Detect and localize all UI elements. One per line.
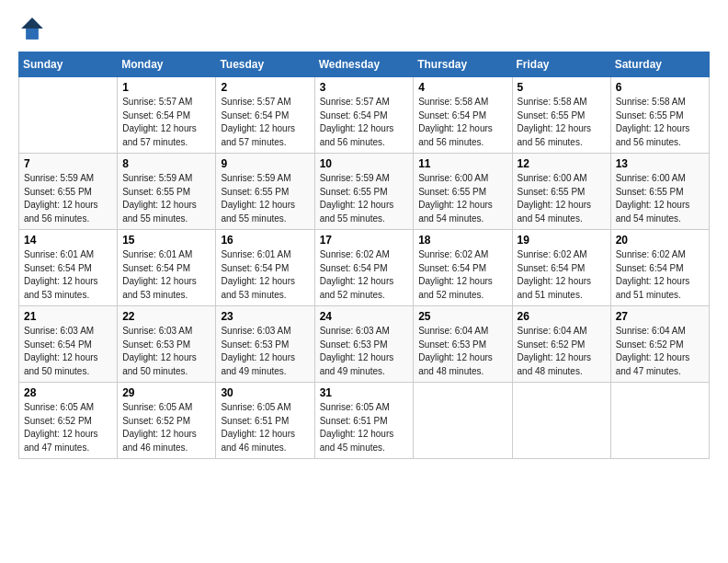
day-number: 5 bbox=[518, 81, 606, 94]
weekday-wednesday: Wednesday bbox=[314, 52, 414, 77]
day-number: 14 bbox=[24, 234, 112, 247]
weekday-saturday: Saturday bbox=[610, 52, 709, 77]
calendar-cell: 29Sunrise: 6:05 AM Sunset: 6:52 PM Dayli… bbox=[118, 383, 216, 459]
day-info: Sunrise: 5:58 AM Sunset: 6:55 PM Dayligh… bbox=[518, 96, 606, 149]
day-info: Sunrise: 5:57 AM Sunset: 6:54 PM Dayligh… bbox=[320, 96, 409, 149]
weekday-thursday: Thursday bbox=[414, 52, 512, 77]
day-info: Sunrise: 5:59 AM Sunset: 6:55 PM Dayligh… bbox=[221, 172, 309, 225]
day-number: 27 bbox=[616, 310, 704, 323]
day-number: 12 bbox=[518, 157, 606, 170]
day-info: Sunrise: 6:05 AM Sunset: 6:52 PM Dayligh… bbox=[24, 401, 112, 454]
day-number: 30 bbox=[221, 386, 309, 399]
day-number: 22 bbox=[122, 310, 210, 323]
calendar-cell: 15Sunrise: 6:01 AM Sunset: 6:54 PM Dayli… bbox=[118, 230, 216, 306]
calendar-cell: 31Sunrise: 6:05 AM Sunset: 6:51 PM Dayli… bbox=[314, 383, 414, 459]
weekday-sunday: Sunday bbox=[19, 52, 118, 77]
day-number: 9 bbox=[221, 157, 309, 170]
svg-marker-3 bbox=[21, 17, 42, 29]
day-info: Sunrise: 5:58 AM Sunset: 6:54 PM Dayligh… bbox=[418, 96, 506, 149]
calendar-cell: 11Sunrise: 6:00 AM Sunset: 6:55 PM Dayli… bbox=[414, 154, 512, 230]
calendar-cell: 7Sunrise: 5:59 AM Sunset: 6:55 PM Daylig… bbox=[19, 154, 118, 230]
day-number: 6 bbox=[616, 81, 704, 94]
day-info: Sunrise: 6:03 AM Sunset: 6:53 PM Dayligh… bbox=[320, 325, 409, 378]
calendar-cell: 20Sunrise: 6:02 AM Sunset: 6:54 PM Dayli… bbox=[610, 230, 709, 306]
calendar-cell: 4Sunrise: 5:58 AM Sunset: 6:54 PM Daylig… bbox=[414, 77, 512, 154]
calendar-week-0: 1Sunrise: 5:57 AM Sunset: 6:54 PM Daylig… bbox=[19, 77, 710, 154]
day-info: Sunrise: 6:05 AM Sunset: 6:51 PM Dayligh… bbox=[320, 401, 409, 454]
day-number: 24 bbox=[320, 310, 409, 323]
weekday-header-row: SundayMondayTuesdayWednesdayThursdayFrid… bbox=[19, 52, 710, 77]
calendar-week-1: 7Sunrise: 5:59 AM Sunset: 6:55 PM Daylig… bbox=[19, 154, 710, 230]
page-container: SundayMondayTuesdayWednesdayThursdayFrid… bbox=[0, 0, 728, 468]
header bbox=[18, 15, 710, 42]
day-info: Sunrise: 6:03 AM Sunset: 6:53 PM Dayligh… bbox=[122, 325, 210, 378]
calendar-cell: 16Sunrise: 6:01 AM Sunset: 6:54 PM Dayli… bbox=[216, 230, 314, 306]
day-number: 31 bbox=[320, 386, 409, 399]
calendar-cell: 13Sunrise: 6:00 AM Sunset: 6:55 PM Dayli… bbox=[610, 154, 709, 230]
day-info: Sunrise: 6:02 AM Sunset: 6:54 PM Dayligh… bbox=[418, 248, 506, 302]
day-number: 3 bbox=[320, 81, 409, 94]
calendar-cell: 14Sunrise: 6:01 AM Sunset: 6:54 PM Dayli… bbox=[19, 230, 118, 306]
day-info: Sunrise: 5:59 AM Sunset: 6:55 PM Dayligh… bbox=[24, 172, 112, 225]
calendar-week-4: 28Sunrise: 6:05 AM Sunset: 6:52 PM Dayli… bbox=[19, 383, 710, 459]
calendar-cell: 25Sunrise: 6:04 AM Sunset: 6:53 PM Dayli… bbox=[414, 306, 512, 383]
calendar-cell: 1Sunrise: 5:57 AM Sunset: 6:54 PM Daylig… bbox=[118, 77, 216, 154]
calendar-cell: 24Sunrise: 6:03 AM Sunset: 6:53 PM Dayli… bbox=[314, 306, 414, 383]
day-number: 1 bbox=[122, 81, 210, 94]
calendar-cell: 26Sunrise: 6:04 AM Sunset: 6:52 PM Dayli… bbox=[512, 306, 610, 383]
calendar-cell: 23Sunrise: 6:03 AM Sunset: 6:53 PM Dayli… bbox=[216, 306, 314, 383]
day-info: Sunrise: 6:01 AM Sunset: 6:54 PM Dayligh… bbox=[122, 248, 210, 302]
day-info: Sunrise: 6:00 AM Sunset: 6:55 PM Dayligh… bbox=[616, 172, 704, 225]
calendar-cell: 17Sunrise: 6:02 AM Sunset: 6:54 PM Dayli… bbox=[314, 230, 414, 306]
day-number: 16 bbox=[221, 234, 309, 247]
day-info: Sunrise: 6:03 AM Sunset: 6:53 PM Dayligh… bbox=[221, 325, 309, 378]
day-number: 23 bbox=[221, 310, 309, 323]
calendar-header: SundayMondayTuesdayWednesdayThursdayFrid… bbox=[19, 52, 710, 77]
day-info: Sunrise: 6:00 AM Sunset: 6:55 PM Dayligh… bbox=[418, 172, 506, 225]
calendar-cell bbox=[512, 383, 610, 459]
calendar-cell: 27Sunrise: 6:04 AM Sunset: 6:52 PM Dayli… bbox=[610, 306, 709, 383]
day-info: Sunrise: 6:05 AM Sunset: 6:52 PM Dayligh… bbox=[122, 401, 210, 454]
day-info: Sunrise: 6:01 AM Sunset: 6:54 PM Dayligh… bbox=[24, 248, 112, 302]
day-info: Sunrise: 5:59 AM Sunset: 6:55 PM Dayligh… bbox=[122, 172, 210, 225]
calendar-cell: 5Sunrise: 5:58 AM Sunset: 6:55 PM Daylig… bbox=[512, 77, 610, 154]
weekday-monday: Monday bbox=[118, 52, 216, 77]
calendar-cell: 21Sunrise: 6:03 AM Sunset: 6:54 PM Dayli… bbox=[19, 306, 118, 383]
calendar-cell: 8Sunrise: 5:59 AM Sunset: 6:55 PM Daylig… bbox=[118, 154, 216, 230]
day-info: Sunrise: 5:57 AM Sunset: 6:54 PM Dayligh… bbox=[122, 96, 210, 149]
day-number: 25 bbox=[418, 310, 506, 323]
day-info: Sunrise: 5:57 AM Sunset: 6:54 PM Dayligh… bbox=[221, 96, 309, 149]
day-number: 28 bbox=[24, 386, 112, 399]
day-info: Sunrise: 5:59 AM Sunset: 6:55 PM Dayligh… bbox=[320, 172, 409, 225]
calendar-table: SundayMondayTuesdayWednesdayThursdayFrid… bbox=[18, 52, 710, 459]
svg-rect-2 bbox=[26, 29, 38, 40]
calendar-cell: 22Sunrise: 6:03 AM Sunset: 6:53 PM Dayli… bbox=[118, 306, 216, 383]
calendar-cell: 28Sunrise: 6:05 AM Sunset: 6:52 PM Dayli… bbox=[19, 383, 118, 459]
calendar-cell: 10Sunrise: 5:59 AM Sunset: 6:55 PM Dayli… bbox=[314, 154, 414, 230]
calendar-cell bbox=[610, 383, 709, 459]
day-info: Sunrise: 6:04 AM Sunset: 6:53 PM Dayligh… bbox=[418, 325, 506, 378]
day-info: Sunrise: 5:58 AM Sunset: 6:55 PM Dayligh… bbox=[616, 96, 704, 149]
calendar-cell bbox=[414, 383, 512, 459]
day-number: 29 bbox=[122, 386, 210, 399]
calendar-cell: 12Sunrise: 6:00 AM Sunset: 6:55 PM Dayli… bbox=[512, 154, 610, 230]
calendar-cell: 19Sunrise: 6:02 AM Sunset: 6:54 PM Dayli… bbox=[512, 230, 610, 306]
day-number: 2 bbox=[221, 81, 309, 94]
calendar-week-3: 21Sunrise: 6:03 AM Sunset: 6:54 PM Dayli… bbox=[19, 306, 710, 383]
day-number: 13 bbox=[616, 157, 704, 170]
weekday-friday: Friday bbox=[512, 52, 610, 77]
day-number: 21 bbox=[24, 310, 112, 323]
day-number: 10 bbox=[320, 157, 409, 170]
day-number: 7 bbox=[24, 157, 112, 170]
calendar-body: 1Sunrise: 5:57 AM Sunset: 6:54 PM Daylig… bbox=[19, 77, 710, 459]
calendar-cell: 3Sunrise: 5:57 AM Sunset: 6:54 PM Daylig… bbox=[314, 77, 414, 154]
calendar-cell: 18Sunrise: 6:02 AM Sunset: 6:54 PM Dayli… bbox=[414, 230, 512, 306]
day-info: Sunrise: 6:00 AM Sunset: 6:55 PM Dayligh… bbox=[518, 172, 606, 225]
calendar-cell: 9Sunrise: 5:59 AM Sunset: 6:55 PM Daylig… bbox=[216, 154, 314, 230]
day-number: 4 bbox=[418, 81, 506, 94]
day-info: Sunrise: 6:02 AM Sunset: 6:54 PM Dayligh… bbox=[518, 248, 606, 302]
calendar-cell: 6Sunrise: 5:58 AM Sunset: 6:55 PM Daylig… bbox=[610, 77, 709, 154]
day-number: 26 bbox=[518, 310, 606, 323]
day-info: Sunrise: 6:04 AM Sunset: 6:52 PM Dayligh… bbox=[518, 325, 606, 378]
day-number: 15 bbox=[122, 234, 210, 247]
